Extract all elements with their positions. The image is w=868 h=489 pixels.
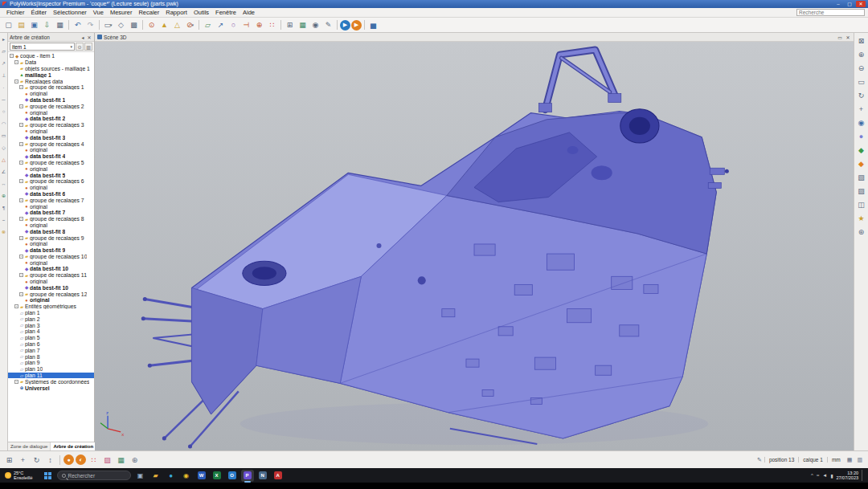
expand-toggle-icon[interactable]: -: [19, 104, 23, 108]
tab-arbre-de-creation[interactable]: Arbre de création: [51, 442, 96, 450]
clock[interactable]: 13:20 27/07/2023: [836, 471, 858, 480]
active-item-dropdown[interactable]: item 1 ▾: [10, 43, 75, 51]
select-tool-button[interactable]: ▸: [0, 35, 7, 43]
tree-item[interactable]: ▱plan 1: [8, 310, 94, 316]
tree-item[interactable]: ●original: [8, 279, 94, 285]
curve-tool-button[interactable]: ~: [0, 216, 7, 223]
menu-fichier[interactable]: Fichier: [3, 9, 28, 16]
settings-button[interactable]: ⊛: [856, 226, 867, 238]
select-polygon-button[interactable]: ◇: [115, 19, 127, 31]
file-explorer-button[interactable]: ▰: [149, 470, 162, 482]
tree-item[interactable]: ▱plan 11: [8, 373, 94, 379]
tree-item[interactable]: -▰groupe de recalages 4: [8, 141, 94, 147]
expand-toggle-icon[interactable]: -: [19, 217, 23, 221]
save-project-button[interactable]: ▣: [28, 19, 40, 31]
list-mode-button[interactable]: ▥: [84, 43, 92, 51]
zoom-out-button[interactable]: ⊖: [856, 63, 867, 74]
gauge-button[interactable]: ⊕: [253, 19, 265, 31]
tree-item[interactable]: -▰groupe de recalages 11: [8, 272, 94, 279]
eye-button[interactable]: ◉: [856, 117, 867, 128]
rotate-view-button[interactable]: ↻: [856, 90, 867, 101]
import-button[interactable]: ⇩: [41, 19, 53, 31]
edge-button[interactable]: ●: [165, 470, 178, 482]
expand-toggle-icon[interactable]: -: [19, 236, 23, 240]
report-table-button[interactable]: ▦: [297, 19, 309, 31]
color-map-button[interactable]: ▨: [101, 454, 113, 466]
pan-view-button[interactable]: +: [856, 104, 867, 115]
tree-item[interactable]: -▰groupe de recalages 5: [8, 160, 94, 166]
tree-item[interactable]: ⊕Universel: [8, 385, 94, 391]
nav-rotate-button[interactable]: ↻: [31, 454, 43, 466]
expand-toggle-icon[interactable]: -: [19, 292, 23, 296]
cone-tool-button[interactable]: △: [0, 156, 7, 163]
tree-item[interactable]: -▰Entités géométriques: [8, 304, 94, 310]
undock-panel-button[interactable]: ◂: [80, 35, 86, 40]
expand-toggle-icon[interactable]: -: [19, 123, 23, 127]
menu-selectionner[interactable]: Sélectionner: [50, 9, 90, 16]
notepad-button[interactable]: N: [256, 470, 269, 482]
expand-toggle-icon[interactable]: -: [19, 179, 23, 183]
menu-rapport[interactable]: Rapport: [162, 9, 190, 16]
units-icon[interactable]: ▥: [854, 457, 865, 463]
tree-item[interactable]: ●original: [8, 165, 94, 172]
plane-tool-button[interactable]: ▱: [0, 47, 7, 55]
clip-plane-button[interactable]: ◫: [856, 199, 867, 210]
align-button[interactable]: ⊘▾: [184, 19, 196, 31]
annotate-button[interactable]: ✎: [322, 19, 334, 31]
angle-tool-button[interactable]: ∠: [0, 168, 7, 175]
tree-item[interactable]: ◆data best-fit 2: [8, 116, 94, 122]
tree-item[interactable]: ●original: [8, 185, 94, 191]
shaded-button[interactable]: ▨: [856, 185, 867, 197]
maximize-view-button[interactable]: ▭: [837, 35, 843, 40]
redo-button[interactable]: ↷: [84, 19, 96, 31]
polyworks-button[interactable]: P: [241, 470, 254, 482]
report-snapshot-button[interactable]: ▦: [115, 454, 127, 466]
point-tool-button[interactable]: ∙: [0, 84, 7, 91]
expand-toggle-icon[interactable]: -: [14, 380, 18, 384]
tree-item[interactable]: ◆data best-fit 6: [8, 191, 94, 198]
task-view-button[interactable]: ▣: [134, 470, 147, 482]
slot-tool-button[interactable]: ▭: [0, 132, 7, 139]
tree-item[interactable]: ▲maillage 1: [8, 71, 94, 78]
chart-button[interactable]: ▅: [367, 19, 379, 31]
csys-tool-button[interactable]: ⊕: [0, 192, 7, 199]
tree-item[interactable]: -▰groupe de recalages 6: [8, 178, 94, 185]
grid-button[interactable]: ⊞: [284, 19, 296, 31]
expand-toggle-icon[interactable]: -: [19, 85, 23, 89]
tree-item[interactable]: ◆data best-fit 10: [8, 266, 94, 272]
tree-item[interactable]: -▰groupe de recalages 9: [8, 234, 94, 241]
comparison-points-button[interactable]: ∷: [266, 19, 278, 31]
close-view-button[interactable]: ✕: [845, 35, 851, 40]
tree-item[interactable]: ◆data best-fit 3: [8, 134, 94, 141]
menu-outils[interactable]: Outils: [190, 9, 212, 16]
model-color-button[interactable]: ●: [856, 131, 867, 142]
new-project-button[interactable]: ▢: [2, 19, 14, 31]
menu-vue[interactable]: Vue: [90, 9, 107, 16]
weather-widget[interactable]: 25°C Ensoleillé: [5, 471, 33, 480]
menu-aide[interactable]: Aide: [240, 9, 258, 16]
measure-view-button[interactable]: ◆: [856, 158, 867, 169]
tree-item[interactable]: ▱plan 7: [8, 347, 94, 353]
close-panel-button[interactable]: ✕: [86, 35, 92, 40]
tree-item[interactable]: ●original: [8, 91, 94, 97]
tree-item[interactable]: -▰groupe de recalages 1: [8, 84, 94, 91]
tree-item[interactable]: ▱plan 5: [8, 335, 94, 341]
line-tool-button[interactable]: ─: [0, 96, 7, 103]
tree-item[interactable]: ●original: [8, 147, 94, 153]
caliper-button[interactable]: ⊣: [240, 19, 252, 31]
print-button[interactable]: ▦: [54, 19, 66, 31]
tree-item[interactable]: -▰groupe de recalages 2: [8, 103, 94, 109]
create-plane-button[interactable]: ▱: [202, 19, 214, 31]
tree-item[interactable]: ▱plan 6: [8, 341, 94, 348]
nav-zoom-button[interactable]: ↕: [44, 454, 56, 466]
tree-item[interactable]: -▰groupe de recalages 8: [8, 216, 94, 222]
tree-item[interactable]: ●original: [8, 259, 94, 266]
tree-item[interactable]: ●original: [8, 297, 94, 304]
layer-icon[interactable]: ▦: [845, 457, 855, 463]
distance-tool-button[interactable]: ↔: [0, 180, 7, 187]
create-vector-button[interactable]: ↗: [215, 19, 227, 31]
tree-item[interactable]: -◆coque - item 1: [8, 53, 94, 59]
menu-recaler[interactable]: Recaler: [135, 9, 162, 16]
axis-tool-button[interactable]: ⊥: [0, 71, 7, 79]
minimize-button[interactable]: –: [833, 1, 843, 7]
